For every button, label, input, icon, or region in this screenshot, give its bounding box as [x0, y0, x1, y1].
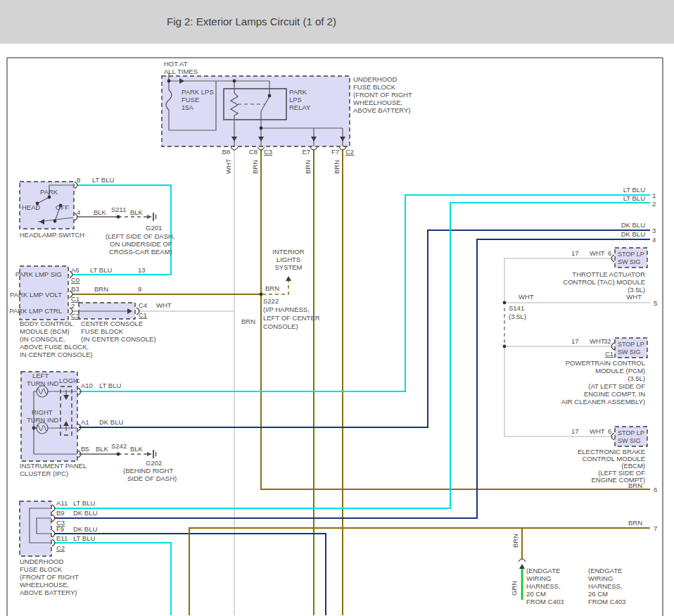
label-b5: B5	[81, 445, 89, 453]
label-b9: B9	[56, 509, 65, 517]
junction-dot	[260, 293, 263, 296]
label-g202: G202	[146, 459, 162, 467]
connector-bump-icon	[231, 147, 238, 150]
junction-dot	[167, 80, 171, 83]
label-above-fuse-block-: ABOVE FUSE BLOCK,	[20, 343, 89, 351]
label-dk-blu: DK BLU	[621, 230, 645, 238]
label-blk: BLK	[96, 445, 109, 453]
connector-bump-icon	[310, 147, 317, 150]
label-underhood: UNDERHOOD	[353, 75, 397, 83]
label-9: 9	[138, 285, 141, 293]
label-center-console: CENTER CONSOLE	[81, 320, 143, 327]
label-e7: E7	[302, 148, 310, 156]
label-fuse-block: FUSE BLOCK	[20, 565, 63, 573]
label-off: OFF	[56, 203, 69, 211]
label-above-battery-: ABOVE BATTERY)	[353, 106, 410, 114]
label-stop-lp: STOP LP	[618, 251, 644, 258]
label--behind-right: (BEHIND RIGHT	[123, 467, 173, 474]
label-lt-blu: LT BLU	[623, 186, 645, 194]
park-lps-relay-box	[224, 89, 286, 120]
label-headlamp-switch: HEADLAMP SWITCH	[20, 231, 84, 239]
label-dk-blu: DK BLU	[73, 509, 97, 517]
label-on-underside-of: ON UNDERSIDE OF	[110, 240, 172, 248]
label-wht: WHT	[590, 427, 605, 435]
label-6: 6	[608, 427, 611, 435]
label-park-lmp-sig: PARK LMP SIG	[15, 270, 62, 278]
label-lt-blu: LT BLU	[73, 534, 95, 542]
label-3: 3	[652, 227, 656, 234]
label-s222: S222	[263, 297, 279, 305]
label-fuse: FUSE	[182, 96, 199, 103]
label-17: 17	[571, 337, 579, 345]
label-dk-blu: DK BLU	[621, 221, 645, 229]
label--endgate: (ENDGATE	[526, 567, 560, 574]
label--3-5l-: (3.5L)	[509, 313, 526, 320]
label-brn: BRN	[628, 482, 642, 489]
arrow-up-icon	[286, 276, 291, 281]
label-c1: C1	[139, 311, 147, 319]
label-s242: S242	[111, 442, 127, 450]
label--at-left-side-of: (AT LEFT SIDE OF	[588, 382, 645, 390]
label-brn: BRN	[94, 285, 108, 293]
arrow-up-icon	[519, 564, 525, 569]
label--endgate: (ENDGATE	[588, 567, 622, 574]
underhood-fuse-block-bottom	[20, 501, 51, 556]
label-s211: S211	[111, 206, 126, 213]
label-wiring: WIRING	[588, 574, 613, 582]
label-b3: B3	[71, 285, 80, 293]
label-c1: C1	[605, 350, 613, 358]
label-grn: GRN	[510, 581, 518, 596]
label-a1: A1	[81, 418, 89, 426]
g201-ground-icon	[147, 215, 152, 219]
label-brn: BRN	[333, 160, 341, 174]
label-in-center-console-: IN CENTER CONSOLE)	[20, 351, 92, 358]
label-b8: B8	[222, 148, 230, 156]
label-wht: WHT	[590, 249, 605, 257]
label-5: 5	[654, 299, 657, 307]
label-wht: WHT	[519, 293, 534, 301]
label-above-battery-: ABOVE BATTERY)	[20, 589, 77, 596]
label-f7: F7	[331, 148, 339, 156]
label-stop-lp: STOP LP	[618, 341, 644, 348]
label-c3: C3	[264, 148, 272, 156]
junction-dot	[117, 453, 120, 456]
label-blk: BLK	[130, 208, 144, 216]
label-turn-ind: TURN IND	[27, 379, 59, 387]
label-20-cm: 20 CM	[526, 590, 546, 598]
label-blk: BLK	[94, 208, 107, 216]
label-a10: A10	[81, 382, 93, 389]
junction-dot	[233, 80, 236, 83]
label-park-lmp-volt: PARK LMP VOLT	[10, 291, 62, 298]
junction-dot	[503, 345, 507, 348]
wiring-diagram: HOT ATALL TIMESPARK LPSFUSE15APARKLPSREL…	[0, 0, 674, 616]
label-module-bcm-: MODULE (BCM)	[20, 327, 70, 335]
junction-dot	[53, 220, 57, 223]
label-lt-blu: LT BLU	[90, 266, 112, 274]
label-sw-sig: SW SIG	[618, 437, 641, 444]
junction-dot	[48, 196, 51, 199]
label-engine-compt-in: ENGINE COMPT, IN	[584, 390, 645, 398]
label-park-lps: PARK LPS	[182, 88, 214, 96]
label-brn: BRN	[304, 160, 312, 174]
label-4: 4	[652, 236, 656, 244]
junction-dot	[503, 301, 507, 305]
label-underhood: UNDERHOOD	[20, 558, 63, 565]
label-console-: CONSOLE)	[263, 322, 298, 330]
label-park-lmp-ctrl: PARK LMP CTRL	[9, 307, 62, 315]
label--front-of-right: (FRONT OF RIGHT	[353, 91, 412, 99]
label-from-c403: FROM C403	[588, 598, 625, 605]
label-2: 2	[652, 200, 656, 208]
label-left: LEFT	[32, 372, 49, 379]
label-dk-blu: DK BLU	[99, 418, 123, 426]
label-park: PARK	[40, 188, 58, 196]
label-lps: LPS	[289, 96, 302, 103]
label-system: SYSTEM	[274, 263, 302, 271]
label-all-times: ALL TIMES	[164, 68, 198, 75]
label-4: 4	[77, 208, 80, 216]
label-head: HEAD	[22, 203, 41, 211]
label-wht: WHT	[590, 337, 605, 345]
label-control-tac-module: CONTROL (TAC) MODULE	[563, 278, 645, 286]
label--in-center-console-: (IN CENTER CONSOLE)	[81, 335, 156, 343]
label-wht: WHT	[626, 293, 642, 301]
label-logic: LOGIC	[59, 377, 80, 384]
